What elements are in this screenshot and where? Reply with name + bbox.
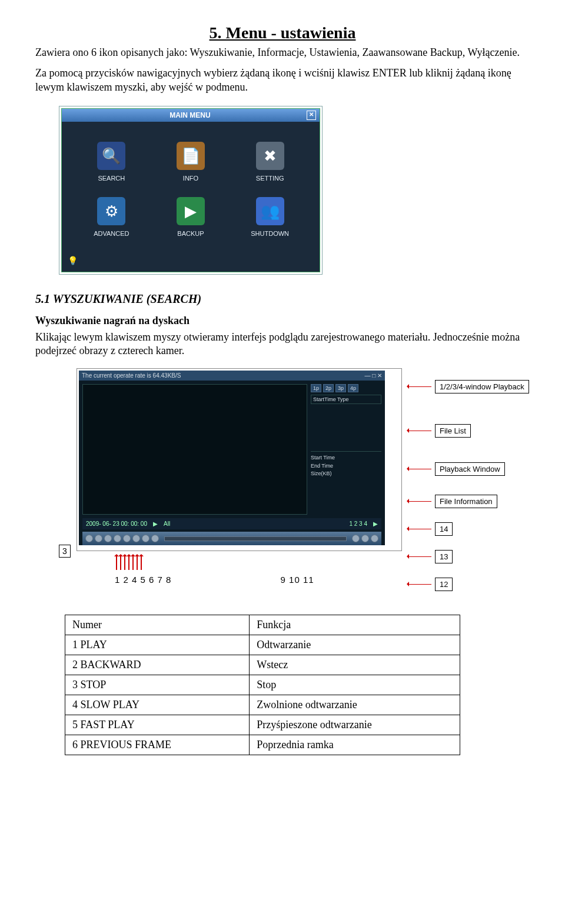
playback-screenshot: 3 The current operate rate is 64.43KB/S …: [59, 368, 530, 591]
titlebar-text: The current operate rate is 64.43KB/S: [82, 372, 181, 379]
gear-icon: ⚙: [97, 197, 125, 225]
setting-icon: ✖: [256, 142, 284, 170]
page-title: 5. Menu - ustawienia: [35, 24, 530, 42]
menu-label: BACKUP: [154, 230, 228, 237]
playback-video-area[interactable]: [82, 384, 307, 515]
table-row: 3 STOPStop: [65, 675, 460, 695]
mainmenu-screenshot: MAIN MENU ✕ 🔍 SEARCH 📄 INFO ✖ SETTING ⚙ …: [59, 106, 323, 275]
menu-item-shutdown[interactable]: 👥 SHUTDOWN: [233, 197, 307, 237]
callout-12: 12: [435, 578, 453, 591]
shutdown-icon: 👥: [256, 197, 284, 225]
callout-window-playback: 1/2/3/4-window Playback: [435, 380, 529, 393]
menu-item-advanced[interactable]: ⚙ ADVANCED: [75, 197, 148, 237]
starttime-type-label: StartTime Type: [311, 395, 381, 404]
split-3-button[interactable]: 3p: [335, 384, 346, 392]
slow-icon[interactable]: [114, 535, 121, 542]
table-row: 6 PREVIOUS FRAMEPoprzednia ramka: [65, 735, 460, 755]
next-frame-icon[interactable]: [142, 535, 149, 542]
menu-label: SEARCH: [75, 175, 148, 182]
table-row: 4 SLOW PLAYZwolnione odtwarzanie: [65, 695, 460, 715]
bottom-arrows: [96, 555, 402, 570]
intro-paragraph-1: Zawiera ono 6 ikon opisanych jako: Wyszu…: [35, 46, 530, 59]
close-icon[interactable]: ✕: [307, 111, 316, 120]
menu-label: ADVANCED: [75, 230, 148, 237]
menu-label: SHUTDOWN: [233, 230, 307, 237]
info-size: Size(KB): [311, 470, 381, 478]
bottom-numbers-right: 9 10 11: [281, 575, 314, 585]
callout-file-information: File Information: [435, 495, 497, 508]
prev-frame-icon[interactable]: [132, 535, 140, 542]
search-icon: 🔍: [97, 142, 125, 170]
callout-number-3: 3: [59, 545, 71, 558]
info-start-time: Start Time: [311, 454, 381, 462]
callout-playback-window: Playback Window: [435, 462, 505, 476]
info-icon: 📄: [177, 142, 205, 170]
table-row: 5 FAST PLAYPrzyśpieszone odtwarzanie: [65, 715, 460, 735]
section-5-1-heading: 5.1 WYSZUKIWANIE (SEARCH): [35, 292, 530, 306]
intro-paragraph-2: Za pomocą przycisków nawigacyjnych wybie…: [35, 66, 530, 94]
table-row: 2 BACKWARDWstecz: [65, 655, 460, 675]
playback-all-label: All: [164, 521, 170, 527]
menu-item-backup[interactable]: ▶ BACKUP: [154, 197, 228, 237]
menu-label: SETTING: [233, 175, 307, 182]
extra-icon[interactable]: [151, 535, 159, 542]
backup-icon: ▶: [177, 197, 205, 225]
channel-numbers: 1 2 3 4: [349, 521, 367, 527]
fast-icon[interactable]: [123, 535, 131, 542]
playback-timestamp: 2009- 06- 23 00: 00: 00: [86, 521, 147, 527]
function-table: Numer Funkcja 1 PLAYOdtwarzanie 2 BACKWA…: [65, 615, 460, 755]
ctrl-9-icon[interactable]: [352, 535, 360, 542]
subsection-text: Klikając lewym klawiszem myszy otwieramy…: [35, 331, 530, 358]
bulb-icon: 💡: [62, 252, 320, 272]
ctrl-10-icon[interactable]: [361, 535, 369, 542]
backward-icon[interactable]: [95, 535, 102, 542]
callout-13: 13: [435, 550, 453, 563]
menu-item-info[interactable]: 📄 INFO: [154, 142, 228, 182]
table-row: 1 PLAYOdtwarzanie: [65, 635, 460, 655]
ctrl-11-icon[interactable]: [371, 535, 378, 542]
table-row: Numer Funkcja: [65, 615, 460, 635]
stop-icon[interactable]: [104, 535, 112, 542]
table-header-funkcja: Funkcja: [250, 615, 460, 635]
play-icon[interactable]: [85, 535, 93, 542]
callout-file-list: File List: [435, 424, 471, 438]
callout-14: 14: [435, 522, 453, 536]
window-controls[interactable]: — □ ✕: [364, 372, 382, 379]
subsection-heading: Wyszukiwanie nagrań na dyskach: [35, 314, 530, 328]
mainmenu-title: MAIN MENU: [170, 111, 210, 119]
playback-controls[interactable]: [82, 532, 381, 545]
bottom-numbers-left: 1 2 4 5 6 7 8: [115, 575, 171, 585]
menu-item-search[interactable]: 🔍 SEARCH: [75, 142, 148, 182]
info-end-time: End Time: [311, 462, 381, 471]
split-1-button[interactable]: 1p: [311, 384, 321, 392]
playback-slider[interactable]: [164, 536, 347, 541]
table-header-numer: Numer: [65, 615, 250, 635]
split-2-button[interactable]: 2p: [323, 384, 334, 392]
split-4-button[interactable]: 4p: [348, 384, 358, 392]
menu-label: INFO: [154, 175, 228, 182]
menu-item-setting[interactable]: ✖ SETTING: [233, 142, 307, 182]
